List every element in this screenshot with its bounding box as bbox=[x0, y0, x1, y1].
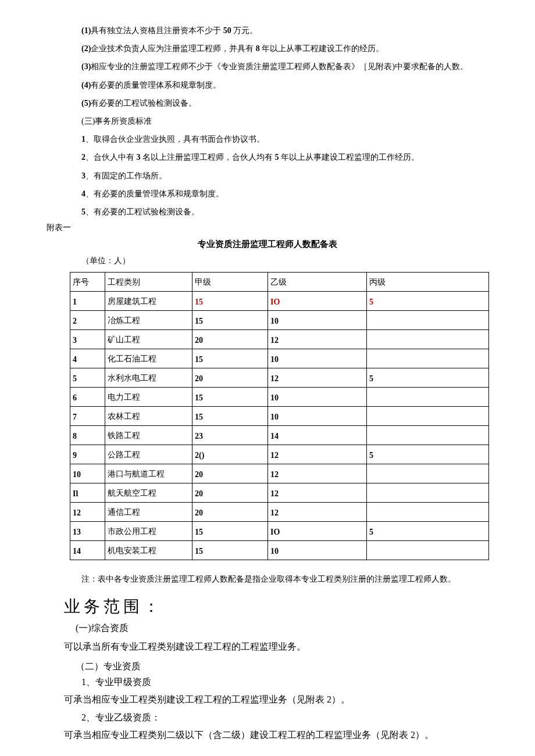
item-2: 2、合伙人中有 3 名以上注册监理工程师，合伙人均有 5 年以上从事建设工程监理… bbox=[81, 150, 488, 164]
cell-category: 通信工程 bbox=[105, 503, 192, 522]
cell-seq: 14 bbox=[70, 541, 105, 560]
clause-text: 年以上从事工程建设工作的经历。 bbox=[262, 44, 384, 53]
clause-text: 有必要的质量管理体系和规章制度。 bbox=[91, 81, 221, 89]
clause-text: 相应专业的注册监理工程师不少于《专业资质注册监理工程师人数配备表》［见附表)中要… bbox=[91, 62, 468, 71]
table-row: 8铁路工程2314 bbox=[70, 426, 489, 445]
cell-grade-a: 20 bbox=[192, 330, 268, 349]
cell-seq: 10 bbox=[70, 464, 105, 483]
section-3-heading: (三)事务所资质标准 bbox=[81, 114, 488, 128]
clause-1: (1)具有独立法人资格且注册资本不少于 50 万元。 bbox=[81, 23, 488, 38]
cell-seq: 7 bbox=[70, 407, 105, 426]
cell-grade-b: 10 bbox=[268, 311, 367, 330]
cell-category: 化工石油工程 bbox=[105, 349, 192, 368]
cell-grade-c bbox=[367, 426, 489, 445]
item-num: 2 bbox=[81, 153, 85, 162]
cell-grade-c bbox=[367, 349, 489, 368]
item-text: 、取得合伙企业营业执照，具有书面合作协议书。 bbox=[85, 135, 265, 144]
table-note: 注：表中各专业资质注册监理工程师人数配备是指企业取得本专业工程类别注册的注册监理… bbox=[81, 572, 488, 586]
scope-para-1: 可以承当所有专业工程类别建设工程工程的工程监理业务。 bbox=[64, 638, 488, 655]
table-row: 7农林工程1510 bbox=[70, 407, 489, 426]
cell-grade-c bbox=[367, 388, 489, 407]
table-title: 专业资质注册监理工程师人数配备表 bbox=[47, 239, 488, 250]
table-row: 10港口与航道工程2012 bbox=[70, 464, 489, 483]
cell-grade-a: 15 bbox=[192, 292, 268, 311]
clause-text: 有必要的工程试验检测设备。 bbox=[91, 99, 197, 108]
clause-num: (5) bbox=[81, 99, 91, 108]
scope-section-2: （二）专业资质 bbox=[76, 661, 488, 673]
cell-grade-a: 20 bbox=[192, 368, 268, 388]
table-row: 13市政公用工程15IO5 bbox=[70, 522, 489, 541]
item-num: 5 bbox=[81, 207, 85, 216]
cell-grade-c bbox=[367, 464, 489, 483]
table-row: 1房屋建筑工程15IO5 bbox=[70, 292, 489, 311]
cell-grade-c: 5 bbox=[367, 368, 489, 388]
cell-grade-c bbox=[367, 407, 489, 426]
cell-category: 农林工程 bbox=[105, 407, 192, 426]
cell-grade-c: 5 bbox=[367, 292, 489, 311]
item-num: 3 bbox=[81, 171, 85, 180]
cell-seq: 8 bbox=[70, 426, 105, 445]
cell-seq: 6 bbox=[70, 388, 105, 407]
col-c: 丙级 bbox=[367, 273, 489, 292]
table-row: 4化工石油工程1510 bbox=[70, 349, 489, 368]
table-row: 3矿山工程2012 bbox=[70, 330, 489, 349]
cell-grade-c: 5 bbox=[367, 522, 489, 541]
cell-category: 水利水电工程 bbox=[105, 368, 192, 388]
cell-seq: 4 bbox=[70, 349, 105, 368]
cell-category: 机电安装工程 bbox=[105, 541, 192, 560]
table-row: Il航天航空工程2012 bbox=[70, 483, 489, 503]
clause-num: (1) bbox=[81, 26, 91, 35]
cell-grade-a: 15 bbox=[192, 349, 268, 368]
clause-3: (3)相应专业的注册监理工程师不少于《专业资质注册监理工程师人数配备表》［见附表… bbox=[81, 59, 488, 74]
clause-num: (3) bbox=[81, 62, 91, 71]
table-row: 5水利水电工程20125 bbox=[70, 368, 489, 388]
clause-num-inline: 50 bbox=[223, 26, 234, 35]
table-row: 9公路工程2()125 bbox=[70, 445, 489, 464]
scope-para-3: 可承当相应专业工程类别二级以下（含二级）建设工程工程的工程监理业务（见附表 2）… bbox=[64, 726, 488, 744]
table-header-row: 序号 工程类别 甲级 乙级 丙级 bbox=[70, 273, 489, 292]
cell-grade-a: 23 bbox=[192, 426, 268, 445]
cell-grade-b: 12 bbox=[268, 330, 367, 349]
cell-category: 航天航空工程 bbox=[105, 483, 192, 503]
cell-seq: 2 bbox=[70, 311, 105, 330]
cell-grade-b: 10 bbox=[268, 388, 367, 407]
cell-grade-a: 15 bbox=[192, 311, 268, 330]
allocation-table: 序号 工程类别 甲级 乙级 丙级 1房屋建筑工程15IO52冶炼工程15103矿… bbox=[70, 272, 489, 560]
item-3: 3、有固定的工作场所。 bbox=[81, 169, 488, 183]
cell-seq: 13 bbox=[70, 522, 105, 541]
clause-num: (2) bbox=[81, 44, 91, 53]
cell-grade-b: 12 bbox=[268, 445, 367, 464]
cell-grade-a: 20 bbox=[192, 464, 268, 483]
item-text: 年以上从事建设工程监理的工作经历。 bbox=[281, 153, 419, 162]
cell-seq: 1 bbox=[70, 292, 105, 311]
cell-category: 港口与航道工程 bbox=[105, 464, 192, 483]
scope-sub-2b: 2、专业乙级资质： bbox=[81, 712, 488, 724]
cell-grade-c bbox=[367, 503, 489, 522]
item-text: 、有必要的工程试验检测设备。 bbox=[85, 207, 199, 216]
cell-grade-a: 15 bbox=[192, 522, 268, 541]
item-4: 4、有必要的质量管理体系和规章制度。 bbox=[81, 187, 488, 201]
clause-5: (5)有必要的工程试验检测设备。 bbox=[81, 96, 488, 110]
cell-seq: 9 bbox=[70, 445, 105, 464]
cell-seq: 12 bbox=[70, 503, 105, 522]
cell-grade-c bbox=[367, 541, 489, 560]
clause-text: 具有独立法人资格且注册资本不少于 bbox=[91, 26, 223, 35]
section-text: (三)事务所资质标准 bbox=[81, 117, 152, 126]
item-num-inline: 5 bbox=[275, 153, 281, 162]
cell-grade-a: 15 bbox=[192, 541, 268, 560]
item-num-inline: 3 bbox=[137, 153, 143, 162]
cell-grade-c: 5 bbox=[367, 445, 489, 464]
item-text: 名以上注册监理工程师，合伙人均有 bbox=[142, 153, 275, 162]
cell-grade-b: 10 bbox=[268, 541, 367, 560]
item-text: 、有必要的质量管理体系和规章制度。 bbox=[85, 189, 224, 198]
cell-grade-b: 12 bbox=[268, 368, 367, 388]
cell-seq: 5 bbox=[70, 368, 105, 388]
cell-seq: 3 bbox=[70, 330, 105, 349]
scope-section-1: (一)综合资质 bbox=[76, 622, 488, 635]
cell-category: 市政公用工程 bbox=[105, 522, 192, 541]
cell-grade-b: 10 bbox=[268, 407, 367, 426]
cell-grade-c bbox=[367, 483, 489, 503]
col-b: 乙级 bbox=[268, 273, 367, 292]
cell-grade-c bbox=[367, 330, 489, 349]
table-body: 1房屋建筑工程15IO52冶炼工程15103矿山工程20124化工石油工程151… bbox=[70, 292, 489, 560]
